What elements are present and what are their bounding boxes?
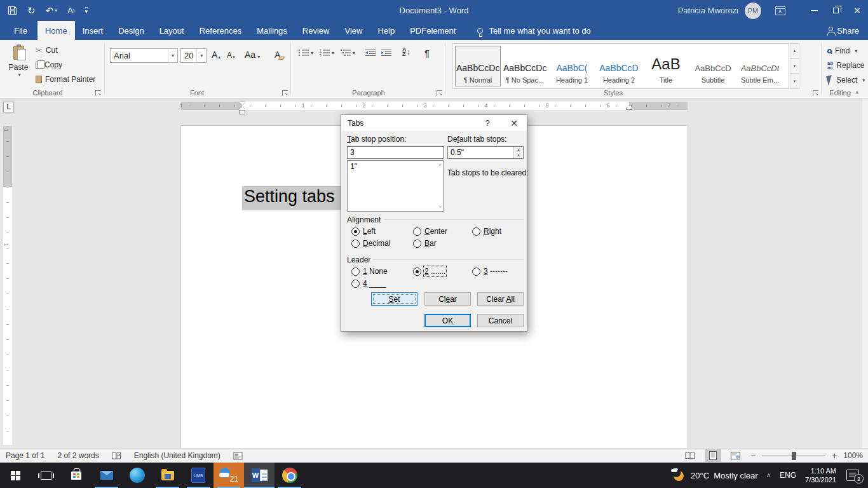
font-dialog-launcher[interactable]: ↘ bbox=[282, 90, 288, 96]
tray-weather[interactable]: 20°C Mostly clear bbox=[691, 471, 758, 480]
style-subtle-emphasis[interactable]: AaBbCcDtSubtle Em... bbox=[737, 46, 783, 86]
shrink-font-button[interactable]: A▼ bbox=[227, 51, 236, 60]
clock[interactable]: 1:10 AM7/30/2021 bbox=[805, 466, 836, 484]
file-explorer-button[interactable] bbox=[153, 463, 183, 488]
notification-icon[interactable]: 2 bbox=[846, 470, 859, 481]
zoom-level[interactable]: 100% bbox=[843, 451, 863, 460]
increase-indent-button[interactable] bbox=[381, 49, 391, 57]
change-case-button[interactable]: Aa▾ bbox=[245, 50, 260, 60]
pilcrow-button[interactable]: ¶ bbox=[424, 48, 430, 58]
radio-leader-dots[interactable]: 2 ....... bbox=[413, 267, 445, 276]
language-indicator[interactable]: English (United Kingdom) bbox=[134, 451, 220, 460]
tab-stop-selector[interactable]: L bbox=[3, 102, 14, 112]
format-painter-button[interactable]: Format Painter bbox=[36, 74, 95, 85]
set-button[interactable]: Set bbox=[371, 292, 417, 306]
lms-app-button[interactable]: LMS bbox=[183, 463, 214, 488]
zoom-slider[interactable] bbox=[762, 456, 825, 456]
tab-stop-position-input[interactable]: 3 bbox=[347, 146, 444, 159]
style-title[interactable]: AaBTitle bbox=[643, 46, 689, 86]
tab-mailings[interactable]: Mailings bbox=[249, 21, 295, 40]
style-no-spacing[interactable]: AaBbCcDc¶ No Spac... bbox=[502, 46, 548, 86]
selected-text[interactable]: Setting tabs bbox=[242, 186, 342, 210]
tab-pdfelement[interactable]: PDFelement bbox=[402, 21, 463, 40]
radio-bar[interactable]: Bar bbox=[413, 239, 437, 248]
zoom-out-button[interactable]: − bbox=[750, 451, 756, 461]
edge-button[interactable] bbox=[122, 463, 153, 488]
tab-layout[interactable]: Layout bbox=[152, 21, 192, 40]
vertical-ruler[interactable]: 1 1 bbox=[3, 126, 12, 445]
indent-markers[interactable] bbox=[239, 102, 245, 110]
copy-button[interactable]: Copy bbox=[36, 59, 62, 71]
find-button[interactable]: Find▾ bbox=[827, 45, 857, 57]
print-layout-button[interactable] bbox=[705, 449, 721, 462]
bullets-button[interactable]: ▾ bbox=[299, 49, 313, 57]
radio-left[interactable]: Left bbox=[351, 227, 376, 236]
styles-scroll[interactable]: ▲▼▼ bbox=[790, 43, 799, 89]
tab-stop-list[interactable]: 1"˄˅ bbox=[347, 160, 444, 212]
font-size-combo[interactable]: 20▾ bbox=[180, 48, 207, 63]
paragraph-dialog-launcher[interactable]: ↘ bbox=[437, 90, 442, 96]
paste-button[interactable]: Paste ▾ bbox=[5, 44, 32, 88]
language-tray[interactable]: ENG bbox=[780, 471, 796, 480]
styles-dialog-launcher[interactable]: ↘ bbox=[813, 90, 818, 96]
tell-me-box[interactable]: Tell me what you want to do bbox=[477, 21, 590, 40]
mail-button[interactable] bbox=[92, 463, 122, 488]
tab-design[interactable]: Design bbox=[111, 21, 151, 40]
clipboard-dialog-launcher[interactable]: ↘ bbox=[95, 90, 101, 96]
tab-view[interactable]: View bbox=[337, 21, 370, 40]
sort-button[interactable]: AZ↓ bbox=[402, 48, 410, 57]
radio-decimal[interactable]: Decimal bbox=[351, 239, 390, 248]
task-view-button[interactable] bbox=[31, 463, 61, 488]
word-taskbar-button[interactable]: W bbox=[244, 463, 275, 488]
close-button[interactable]: × bbox=[846, 0, 868, 21]
page-indicator[interactable]: Page 1 of 1 bbox=[6, 451, 44, 460]
cancel-button[interactable]: Cancel bbox=[477, 314, 524, 327]
tab-file[interactable]: File bbox=[4, 21, 37, 40]
web-layout-button[interactable] bbox=[728, 449, 744, 462]
weather-moon-icon[interactable] bbox=[672, 469, 684, 482]
default-tab-stops-spinner[interactable]: 0.5" ▲▼ bbox=[447, 146, 524, 159]
vertical-scrollbar[interactable] bbox=[862, 98, 868, 448]
restore-button[interactable] bbox=[825, 0, 846, 21]
tab-review[interactable]: Review bbox=[295, 21, 337, 40]
spinner-buttons[interactable]: ▲▼ bbox=[513, 147, 523, 158]
tab-references[interactable]: References bbox=[192, 21, 249, 40]
style-subtitle[interactable]: AaBbCcDSubtitle bbox=[690, 46, 736, 86]
clear-formatting-button[interactable]: A bbox=[275, 50, 284, 60]
radio-leader-dashes[interactable]: 3 ------- bbox=[472, 267, 508, 276]
word-count[interactable]: 2 of 2 words bbox=[57, 451, 98, 460]
minimize-button[interactable] bbox=[803, 0, 825, 21]
tab-home[interactable]: Home bbox=[37, 21, 75, 40]
cut-button[interactable]: ✂Cut bbox=[36, 44, 58, 56]
store-button[interactable] bbox=[61, 463, 92, 488]
weather-app-button[interactable]: 21 bbox=[214, 463, 244, 488]
proofing-icon[interactable] bbox=[112, 451, 121, 460]
decrease-indent-button[interactable] bbox=[365, 49, 376, 57]
share-button[interactable]: Share bbox=[829, 21, 859, 40]
select-button[interactable]: Select▾ bbox=[827, 74, 865, 86]
replace-button[interactable]: abacReplace bbox=[827, 60, 864, 71]
numbering-button[interactable]: 123▾ bbox=[320, 49, 334, 57]
zoom-thumb[interactable] bbox=[792, 452, 796, 460]
avatar[interactable]: PM bbox=[745, 3, 761, 19]
clear-button[interactable]: Clear bbox=[424, 292, 471, 306]
zoom-in-button[interactable]: + bbox=[832, 451, 837, 461]
radio-right[interactable]: Right bbox=[472, 227, 501, 236]
font-family-combo[interactable]: Arial▾ bbox=[110, 48, 178, 63]
chrome-button[interactable] bbox=[275, 463, 305, 488]
grow-font-button[interactable]: A▲ bbox=[212, 50, 221, 60]
start-button[interactable] bbox=[0, 463, 31, 488]
style-normal[interactable]: AaBbCcDc¶ Normal bbox=[455, 46, 501, 86]
style-heading1[interactable]: AaBbC(Heading 1 bbox=[549, 46, 595, 86]
dialog-close-button[interactable]: ✕ bbox=[501, 118, 527, 128]
tab-insert[interactable]: Insert bbox=[75, 21, 111, 40]
style-heading2[interactable]: AaBbCcDHeading 2 bbox=[596, 46, 642, 86]
horizontal-ruler[interactable]: 1 1 2 3 4 5 6 7 bbox=[181, 102, 688, 110]
tab-help[interactable]: Help bbox=[370, 21, 402, 40]
hidden-icons-chevron[interactable]: ˄ bbox=[767, 471, 771, 479]
radio-leader-none[interactable]: 1 None bbox=[351, 267, 388, 276]
dialog-help-button[interactable]: ? bbox=[473, 118, 501, 128]
ribbon-display-options-icon[interactable] bbox=[775, 6, 785, 15]
read-mode-button[interactable] bbox=[682, 449, 698, 462]
user-name[interactable]: Patricia Mworozi bbox=[678, 6, 738, 15]
